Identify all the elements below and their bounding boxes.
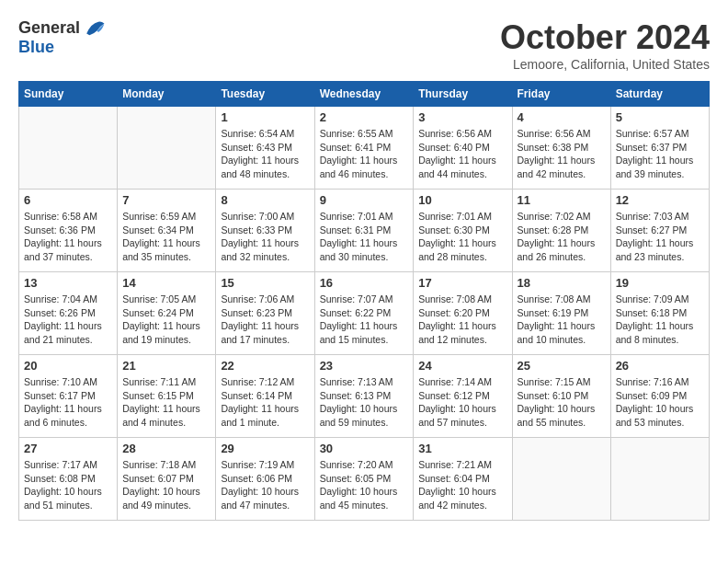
table-row	[512, 438, 610, 521]
calendar-week-row: 20Sunrise: 7:10 AM Sunset: 6:17 PM Dayli…	[19, 355, 710, 438]
header-tuesday: Tuesday	[216, 82, 314, 107]
table-row: 28Sunrise: 7:18 AM Sunset: 6:07 PM Dayli…	[118, 438, 216, 521]
table-row: 29Sunrise: 7:19 AM Sunset: 6:06 PM Dayli…	[216, 438, 314, 521]
day-number: 5	[616, 110, 704, 124]
day-number: 24	[418, 359, 506, 373]
day-info: Sunrise: 6:57 AM Sunset: 6:37 PM Dayligh…	[616, 127, 704, 181]
day-info: Sunrise: 7:14 AM Sunset: 6:12 PM Dayligh…	[418, 375, 506, 430]
day-info: Sunrise: 6:56 AM Sunset: 6:38 PM Dayligh…	[518, 127, 606, 181]
header-friday: Friday	[512, 82, 610, 107]
day-number: 26	[616, 359, 704, 373]
logo-general-text: General	[18, 18, 80, 38]
table-row: 15Sunrise: 7:06 AM Sunset: 6:23 PM Dayli…	[216, 272, 314, 355]
day-number: 17	[418, 276, 506, 290]
table-row: 3Sunrise: 6:56 AM Sunset: 6:40 PM Daylig…	[414, 107, 512, 190]
day-info: Sunrise: 7:03 AM Sunset: 6:27 PM Dayligh…	[616, 210, 704, 264]
table-row: 21Sunrise: 7:11 AM Sunset: 6:15 PM Dayli…	[118, 355, 216, 438]
day-info: Sunrise: 7:02 AM Sunset: 6:28 PM Dayligh…	[518, 210, 606, 264]
day-info: Sunrise: 7:08 AM Sunset: 6:19 PM Dayligh…	[518, 293, 606, 347]
day-info: Sunrise: 7:12 AM Sunset: 6:14 PM Dayligh…	[221, 375, 309, 430]
calendar-header-row: Sunday Monday Tuesday Wednesday Thursday…	[19, 82, 710, 107]
day-info: Sunrise: 7:19 AM Sunset: 6:06 PM Dayligh…	[221, 458, 309, 512]
calendar-table: Sunday Monday Tuesday Wednesday Thursday…	[18, 81, 710, 521]
day-number: 19	[616, 276, 704, 290]
day-number: 2	[320, 110, 409, 124]
calendar-week-row: 6Sunrise: 6:58 AM Sunset: 6:36 PM Daylig…	[19, 190, 710, 272]
day-info: Sunrise: 7:09 AM Sunset: 6:18 PM Dayligh…	[616, 293, 704, 347]
day-number: 30	[320, 442, 409, 455]
day-info: Sunrise: 6:58 AM Sunset: 6:36 PM Dayligh…	[24, 210, 112, 264]
table-row: 4Sunrise: 6:56 AM Sunset: 6:38 PM Daylig…	[512, 107, 610, 190]
day-number: 9	[320, 193, 409, 207]
table-row: 6Sunrise: 6:58 AM Sunset: 6:36 PM Daylig…	[19, 190, 118, 272]
day-number: 14	[122, 276, 210, 290]
header-saturday: Saturday	[610, 82, 709, 107]
logo-blue-text: Blue	[18, 38, 54, 57]
table-row: 16Sunrise: 7:07 AM Sunset: 6:22 PM Dayli…	[314, 272, 414, 355]
header-sunday: Sunday	[19, 82, 118, 107]
day-number: 28	[122, 442, 210, 455]
day-number: 20	[24, 359, 112, 373]
day-info: Sunrise: 7:07 AM Sunset: 6:22 PM Dayligh…	[320, 293, 409, 347]
day-info: Sunrise: 7:08 AM Sunset: 6:20 PM Dayligh…	[418, 293, 506, 347]
table-row: 17Sunrise: 7:08 AM Sunset: 6:20 PM Dayli…	[414, 272, 512, 355]
day-info: Sunrise: 7:00 AM Sunset: 6:33 PM Dayligh…	[221, 210, 309, 264]
calendar-week-row: 1Sunrise: 6:54 AM Sunset: 6:43 PM Daylig…	[19, 107, 710, 190]
day-info: Sunrise: 7:01 AM Sunset: 6:31 PM Dayligh…	[320, 210, 409, 264]
day-info: Sunrise: 7:18 AM Sunset: 6:07 PM Dayligh…	[122, 458, 210, 512]
day-number: 13	[24, 276, 112, 290]
table-row: 22Sunrise: 7:12 AM Sunset: 6:14 PM Dayli…	[216, 355, 314, 438]
page-header: General Blue October 2024 Lemoore, Calif…	[18, 18, 710, 72]
header-wednesday: Wednesday	[314, 82, 414, 107]
day-info: Sunrise: 7:06 AM Sunset: 6:23 PM Dayligh…	[221, 293, 309, 347]
table-row: 9Sunrise: 7:01 AM Sunset: 6:31 PM Daylig…	[314, 190, 414, 272]
logo-bird-icon	[84, 19, 106, 38]
logo: General Blue	[18, 18, 106, 57]
table-row: 19Sunrise: 7:09 AM Sunset: 6:18 PM Dayli…	[610, 272, 709, 355]
location-text: Lemoore, California, United States	[500, 57, 710, 72]
day-number: 16	[320, 276, 409, 290]
day-info: Sunrise: 7:16 AM Sunset: 6:09 PM Dayligh…	[616, 375, 704, 430]
table-row: 25Sunrise: 7:15 AM Sunset: 6:10 PM Dayli…	[512, 355, 610, 438]
table-row	[118, 107, 216, 190]
day-number: 23	[320, 359, 409, 373]
day-number: 25	[518, 359, 606, 373]
table-row: 26Sunrise: 7:16 AM Sunset: 6:09 PM Dayli…	[610, 355, 709, 438]
title-section: October 2024 Lemoore, California, United…	[500, 18, 710, 72]
table-row: 11Sunrise: 7:02 AM Sunset: 6:28 PM Dayli…	[512, 190, 610, 272]
header-thursday: Thursday	[414, 82, 512, 107]
day-info: Sunrise: 7:01 AM Sunset: 6:30 PM Dayligh…	[418, 210, 506, 264]
day-info: Sunrise: 6:55 AM Sunset: 6:41 PM Dayligh…	[320, 127, 409, 181]
day-info: Sunrise: 7:04 AM Sunset: 6:26 PM Dayligh…	[24, 293, 112, 347]
table-row: 10Sunrise: 7:01 AM Sunset: 6:30 PM Dayli…	[414, 190, 512, 272]
day-info: Sunrise: 7:17 AM Sunset: 6:08 PM Dayligh…	[24, 458, 112, 512]
day-info: Sunrise: 7:11 AM Sunset: 6:15 PM Dayligh…	[122, 375, 210, 430]
day-info: Sunrise: 7:20 AM Sunset: 6:05 PM Dayligh…	[320, 458, 409, 512]
day-number: 11	[518, 193, 606, 207]
table-row: 14Sunrise: 7:05 AM Sunset: 6:24 PM Dayli…	[118, 272, 216, 355]
calendar-week-row: 27Sunrise: 7:17 AM Sunset: 6:08 PM Dayli…	[19, 438, 710, 521]
day-info: Sunrise: 7:05 AM Sunset: 6:24 PM Dayligh…	[122, 293, 210, 347]
table-row: 13Sunrise: 7:04 AM Sunset: 6:26 PM Dayli…	[19, 272, 118, 355]
month-title: October 2024	[500, 18, 710, 57]
day-info: Sunrise: 7:13 AM Sunset: 6:13 PM Dayligh…	[320, 375, 409, 430]
day-info: Sunrise: 7:15 AM Sunset: 6:10 PM Dayligh…	[518, 375, 606, 430]
day-number: 21	[122, 359, 210, 373]
calendar-week-row: 13Sunrise: 7:04 AM Sunset: 6:26 PM Dayli…	[19, 272, 710, 355]
table-row: 2Sunrise: 6:55 AM Sunset: 6:41 PM Daylig…	[314, 107, 414, 190]
table-row: 18Sunrise: 7:08 AM Sunset: 6:19 PM Dayli…	[512, 272, 610, 355]
table-row	[19, 107, 118, 190]
table-row: 12Sunrise: 7:03 AM Sunset: 6:27 PM Dayli…	[610, 190, 709, 272]
table-row: 27Sunrise: 7:17 AM Sunset: 6:08 PM Dayli…	[19, 438, 118, 521]
day-number: 6	[24, 193, 112, 207]
day-number: 8	[221, 193, 309, 207]
day-number: 7	[122, 193, 210, 207]
table-row	[610, 438, 709, 521]
day-number: 10	[418, 193, 506, 207]
table-row: 30Sunrise: 7:20 AM Sunset: 6:05 PM Dayli…	[314, 438, 414, 521]
day-number: 18	[518, 276, 606, 290]
day-number: 31	[418, 442, 506, 455]
table-row: 20Sunrise: 7:10 AM Sunset: 6:17 PM Dayli…	[19, 355, 118, 438]
day-number: 3	[418, 110, 506, 124]
day-info: Sunrise: 7:10 AM Sunset: 6:17 PM Dayligh…	[24, 375, 112, 430]
